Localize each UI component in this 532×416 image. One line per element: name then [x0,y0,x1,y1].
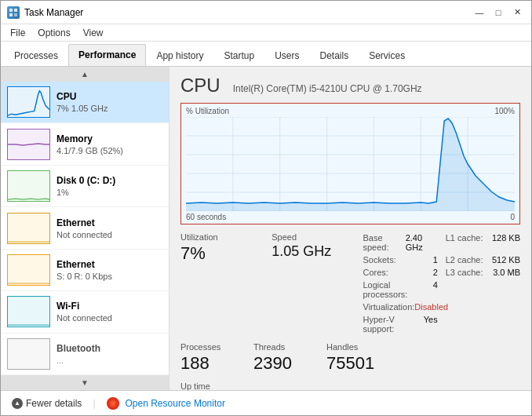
title-bar: Task Manager — □ ✕ [1,1,531,24]
tab-startup[interactable]: Startup [213,45,264,66]
maximize-button[interactable]: □ [490,6,506,19]
sidebar-item-disk[interactable]: Disk 0 (C: D:) 1% [1,166,169,207]
disk-thumbnail [7,170,50,202]
l1-key: L1 cache: [446,233,483,252]
wifi-info: Wi-Fi Not connected [56,301,162,323]
chart-x-right: 0 [510,213,515,221]
resource-monitor-label: Open Resource Monitor [126,398,225,409]
ethernet1-info: Ethernet Not connected [56,217,162,239]
tab-performance[interactable]: Performance [68,44,146,66]
tab-app-history[interactable]: App history [146,45,213,66]
main-content: CPU Intel(R) Core(TM) i5-4210U CPU @ 1.7… [169,67,531,390]
cpu-detail: 7% 1.05 GHz [56,104,162,113]
stats-row-1: Utilization 7% Speed 1.05 GHz Base speed… [180,232,520,334]
virt-key: Virtualization: [363,302,415,312]
tab-bar: Processes Performance App history Startu… [1,42,531,67]
close-button[interactable]: ✕ [509,6,525,19]
ethernet2-thumbnail [7,254,50,286]
utilization-stat: Utilization 7% [180,232,259,334]
sockets-val: 1 [433,255,438,265]
cores-val: 2 [433,268,438,277]
wifi-detail: Not connected [56,313,162,323]
info-base-speed: Base speed: 2.40 GHz [363,232,438,253]
info-spacer2 [446,301,520,312]
bluetooth-name: Bluetooth [56,343,162,354]
sidebar-item-memory[interactable]: Memory 4.1/7.9 GB (52%) [1,123,169,165]
ethernet1-detail: Not connected [56,230,162,239]
app-icon [7,6,20,19]
ethernet2-info: Ethernet S: 0 R: 0 Kbps [56,259,162,281]
info-l2-cache: L2 cache: 512 KB [446,254,520,265]
l3-val: 3.0 MB [493,268,520,277]
memory-name: Memory [56,133,162,144]
svg-rect-2 [9,13,13,16]
menu-options[interactable]: Options [31,26,76,40]
tab-details[interactable]: Details [309,45,359,66]
speed-value: 1.05 GHz [271,243,350,260]
cpu-name: CPU [56,91,162,102]
chart-x-left: 60 seconds [186,213,226,221]
menu-view[interactable]: View [77,26,110,40]
chart-y-label: % Utilization [186,107,229,115]
l2-val: 512 KB [492,255,520,265]
bottom-bar: ▲ Fewer details | Open Resource Monitor [1,390,531,415]
base-speed-val: 2.40 GHz [406,233,438,252]
resource-monitor-button[interactable]: Open Resource Monitor [102,394,230,413]
handles-stat: Handles 75501 [326,342,387,374]
resource-monitor-icon [107,397,119,410]
l3-key: L3 cache: [446,268,483,277]
handles-label: Handles [326,342,387,352]
window: Task Manager — □ ✕ File Options View Pro… [0,0,532,416]
utilization-value: 7% [180,243,259,264]
memory-detail: 4.1/7.9 GB (52%) [56,146,162,155]
sidebar-item-ethernet1[interactable]: Ethernet Not connected [1,207,169,249]
stats-row-2: Processes 188 Threads 2390 Handles 75501 [180,342,520,374]
threads-stat: Threads 2390 [253,342,314,374]
info-virtualization: Virtualization: Disabled [363,301,438,312]
threads-label: Threads [253,342,314,352]
fewer-details-icon: ▲ [12,398,23,409]
sidebar-item-bluetooth[interactable]: Bluetooth ... [1,334,169,375]
bluetooth-thumbnail [7,338,50,370]
fewer-details-button[interactable]: ▲ Fewer details [7,395,86,412]
sidebar-scroll-down[interactable]: ▼ [1,375,169,390]
sidebar: ▲ CPU 7% 1.05 GHz [1,67,169,390]
sidebar-scroll-up[interactable]: ▲ [1,67,169,82]
chart-svg [186,117,515,211]
uptime-stat: Up time 0:02:11:47 [180,381,520,390]
chart-labels: % Utilization 100% [186,107,515,115]
wifi-thumbnail [7,296,50,327]
svg-marker-19 [186,119,515,211]
sidebar-item-wifi[interactable]: Wi-Fi Not connected [1,291,169,333]
tab-users[interactable]: Users [264,45,309,66]
base-speed-key: Base speed: [363,233,406,252]
info-sockets: Sockets: 1 [363,254,438,265]
info-l1-cache: L1 cache: 128 KB [446,232,520,253]
bluetooth-info: Bluetooth ... [56,343,162,365]
window-title: Task Manager [24,7,472,18]
ethernet2-detail: S: 0 R: 0 Kbps [56,272,162,281]
l1-val: 128 KB [492,233,520,252]
svg-rect-1 [14,9,17,12]
info-grid: Base speed: 2.40 GHz L1 cache: 128 KB So… [363,232,521,334]
cpu-thumbnail [7,86,50,118]
handles-value: 75501 [326,353,387,374]
content-area: ▲ CPU 7% 1.05 GHz [1,67,531,390]
sidebar-item-cpu[interactable]: CPU 7% 1.05 GHz [1,82,169,123]
minimize-button[interactable]: — [472,6,487,19]
svg-rect-3 [14,13,17,16]
sidebar-item-ethernet2[interactable]: Ethernet S: 0 R: 0 Kbps [1,250,169,291]
stats-row-3: Up time 0:02:11:47 [180,381,520,390]
main-subtitle: Intel(R) Core(TM) i5-4210U CPU @ 1.70GHz [233,83,422,94]
menu-file[interactable]: File [4,26,31,40]
fewer-details-label: Fewer details [26,398,82,409]
ethernet2-name: Ethernet [56,259,162,270]
info-cores: Cores: 2 [363,267,438,278]
bluetooth-detail: ... [56,356,162,365]
tab-processes[interactable]: Processes [4,45,68,66]
info-logical-proc: Logical processors: 4 [363,279,438,300]
cores-key: Cores: [363,268,388,277]
tab-services[interactable]: Services [359,45,415,66]
cpu-info: CPU 7% 1.05 GHz [56,91,162,113]
chart-area [186,117,515,211]
